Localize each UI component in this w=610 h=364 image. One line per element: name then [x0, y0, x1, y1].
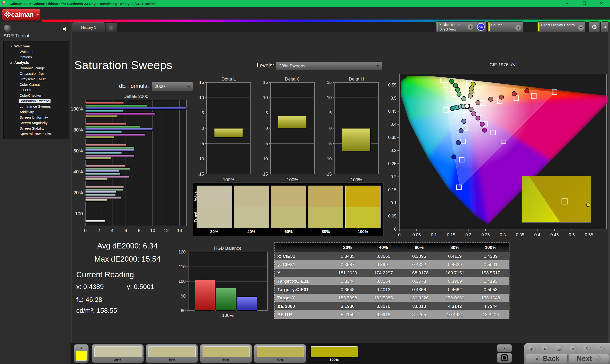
table-value: 0.5001 — [473, 260, 508, 269]
swatch-label: 20% — [92, 358, 143, 362]
display-control-dropdown[interactable]: Direct Display Control ▼ — [537, 21, 585, 32]
svg-text:0.35: 0.35 — [516, 233, 524, 237]
svg-text:10: 10 — [199, 95, 204, 100]
svg-text:0.35: 0.35 — [389, 135, 397, 140]
svg-text:0.25: 0.25 — [389, 161, 397, 166]
sidebar-item-screen-stability[interactable]: Screen Stability — [4, 126, 69, 131]
svg-text:20%: 20% — [73, 190, 83, 195]
sidebar-item-luminance-sweeps[interactable]: Luminance Sweeps — [4, 104, 69, 109]
sidebar-item-screen-angularity[interactable]: Screen Angularity — [4, 120, 69, 126]
stop-button[interactable] — [497, 353, 512, 363]
sidebar-item-dynamic-range[interactable]: Dynamic Range — [4, 65, 69, 71]
tab-history-1[interactable]: History 1 — [72, 22, 105, 32]
collapse-panel-button[interactable]: ◀ — [601, 21, 609, 32]
table-value: 158.5517 — [473, 269, 508, 277]
nav-tool-icon-1[interactable]: ▶ — [541, 345, 549, 353]
level-swatch-button-100%[interactable]: 100% — [308, 344, 360, 363]
svg-text:2: 2 — [97, 228, 100, 233]
de-formula-dropdown[interactable]: 2000 ▼ — [152, 82, 193, 91]
nav-tool-icon-5[interactable]: ◯ — [596, 345, 605, 353]
sidebar-knob-icon[interactable] — [4, 25, 11, 32]
bottom-bar: ▲ 20%40%60%80%100% ▲ ◉▶▥∞S◯ « Back Next … — [71, 343, 610, 364]
svg-text:15: 15 — [199, 80, 204, 85]
svg-text:-15: -15 — [262, 172, 268, 177]
svg-text:100%: 100% — [350, 177, 362, 182]
add-tab-button[interactable]: + — [105, 23, 117, 32]
table-col-header: 40% — [365, 243, 401, 252]
nav-tool-icon-3[interactable]: ∞ — [569, 345, 577, 353]
svg-text:100%: 100% — [287, 177, 298, 182]
table-row: Y181.3639174.2297168.3178163.7151158.551… — [274, 269, 509, 277]
svg-text:0.05: 0.05 — [389, 214, 397, 219]
swatch-compare-100% — [345, 186, 380, 228]
sidebar-item-screen-uniformity[interactable]: Screen Uniformity — [4, 115, 69, 120]
svg-text:-5: -5 — [200, 141, 204, 146]
level-swatch-button-60%[interactable]: 60% — [200, 344, 252, 363]
window-edge — [608, 22, 610, 343]
swatch-level-label: 60% — [271, 229, 306, 234]
table-value: 4.3142 — [437, 302, 473, 310]
swatch-label: 40% — [146, 358, 197, 362]
sidebar-item-welcome[interactable]: Welcome — [4, 49, 69, 54]
sidebar-item-3d-lut[interactable]: 3D LUT — [4, 87, 69, 93]
delta-h-chart: Delta H-15-10-5051015100% — [320, 77, 379, 184]
swatch-compare-20% — [196, 186, 232, 228]
nav-tool-icon-2[interactable]: ▥ — [555, 345, 563, 353]
chevron-up-icon[interactable]: ▲ — [497, 344, 512, 352]
sidebar-item-color-gamut[interactable]: Color Gamut — [4, 82, 69, 87]
next-button[interactable]: Next » — [569, 354, 609, 363]
meter-dropdown[interactable]: X-Rite i1Pro 2 Direct View ▼ 237 — [436, 21, 486, 32]
table-value: 0.4193 — [473, 277, 508, 286]
title-bar: Calman 2025 Calman Ultimate for Business… — [0, 0, 610, 7]
table-value: 168.3178 — [401, 269, 437, 277]
table-value: 3.8818 — [401, 302, 437, 310]
actual-swatch — [234, 186, 269, 207]
nav-tool-icon-0[interactable]: ◉ — [527, 345, 536, 353]
tree-group-analysis[interactable]: ◢Analysis — [4, 60, 69, 65]
level-swatch-button-20%[interactable]: 20% — [92, 344, 144, 363]
level-swatch-button-40%[interactable]: 40% — [146, 344, 198, 363]
table-value: 0.3660 — [365, 252, 401, 260]
svg-text:100: 100 — [179, 279, 186, 284]
sidebar-collapse-button[interactable]: ◀ — [60, 24, 68, 33]
swatch-panel-toggle[interactable]: ▲ — [74, 344, 89, 363]
close-button[interactable]: ✕ — [593, 0, 610, 7]
sidebar-item-additivity[interactable]: Additivity — [4, 109, 69, 115]
table-value: 0.5053 — [473, 286, 508, 294]
level-swatch-button-80%[interactable]: 80% — [254, 344, 306, 363]
source-dropdown[interactable]: Source ▼ — [488, 21, 523, 32]
sidebar: ◀ SDR Toolkit ◢WelcomeWelcomeOptions◢Ana… — [0, 22, 72, 364]
back-button[interactable]: « Back — [526, 354, 568, 363]
settings-button[interactable]: ⚙ — [589, 21, 600, 32]
minimize-button[interactable]: − — [558, 0, 576, 7]
results-table: 20%40%60%80%100%x: CIE310.34350.36600.38… — [274, 243, 509, 319]
table-value: 0.3997 — [365, 260, 401, 269]
sidebar-item-grayscale-2pt[interactable]: Grayscale - 2pt — [4, 71, 69, 76]
svg-text:RGB Balance: RGB Balance — [214, 246, 241, 251]
target-swatch — [308, 207, 343, 228]
svg-text:100%: 100% — [71, 106, 83, 112]
chevron-left-icon: ◀ — [604, 25, 606, 29]
table-value: 0.4629 — [437, 260, 473, 269]
sidebar-item-spectral-power-dist-[interactable]: Spectral Power Dist. — [4, 131, 69, 136]
table-value: 13.3406 — [473, 310, 508, 319]
chevrons-left-icon: « — [534, 355, 540, 362]
chevron-down-icon: ▼ — [578, 25, 584, 31]
svg-text:0.1: 0.1 — [431, 233, 437, 237]
tree-group-welcome[interactable]: ◢Welcome — [4, 43, 69, 49]
sidebar-item-saturation-sweeps[interactable]: Saturation Sweeps — [4, 98, 69, 104]
table-corner — [274, 243, 330, 252]
swatch-color — [203, 346, 250, 357]
levels-dropdown[interactable]: 20% Sweeps ▼ — [276, 62, 382, 70]
svg-text:Delta H: Delta H — [349, 77, 364, 81]
sidebar-item-grayscale-multi[interactable]: Grayscale - Multi — [4, 76, 69, 82]
current-reading-y: y: 0.5001 — [127, 283, 154, 291]
calman-menu-button[interactable]: calman ▼ — [2, 9, 40, 21]
nav-tool-icon-4[interactable]: S — [582, 345, 591, 353]
maximize-button[interactable]: ❐ — [576, 0, 593, 7]
chevron-down-icon: ▼ — [36, 12, 40, 17]
sidebar-item-options[interactable]: Options — [4, 54, 69, 60]
swatch-level-label: 100% — [345, 229, 380, 234]
sidebar-item-colorchecker[interactable]: ColorChecker — [4, 93, 69, 98]
svg-text:0.3: 0.3 — [500, 233, 506, 237]
